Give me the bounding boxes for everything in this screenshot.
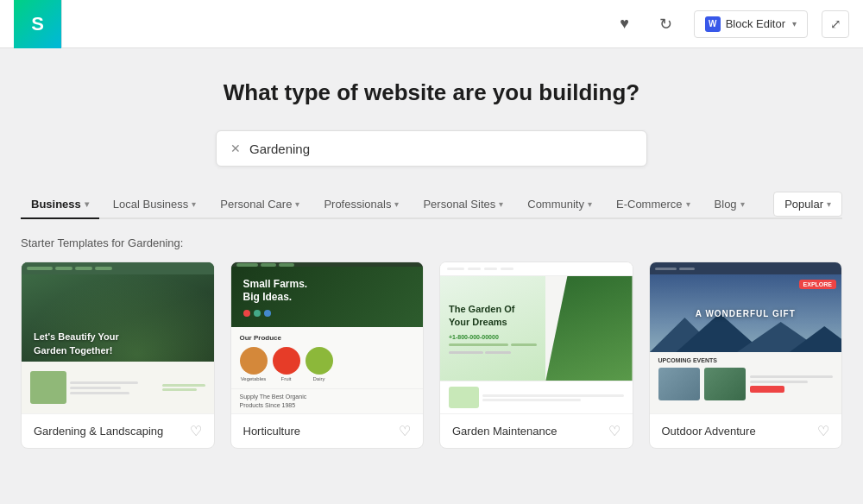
external-link-button[interactable]: ⤢ xyxy=(822,10,849,38)
tab-professionals[interactable]: Professionals ▾ xyxy=(313,191,409,219)
tab-personal-care-chevron: ▾ xyxy=(295,199,299,209)
tab-blog[interactable]: Blog ▾ xyxy=(704,191,755,219)
sort-chevron: ▾ xyxy=(827,199,831,209)
tab-personal-sites[interactable]: Personal Sites ▾ xyxy=(413,191,513,219)
template-grid: Let's Beautify YourGarden Together! xyxy=(21,261,842,449)
template-card-gardening-landscaping[interactable]: Let's Beautify YourGarden Together! xyxy=(21,261,215,449)
preview-1-top: Let's Beautify YourGarden Together! xyxy=(22,262,214,362)
logo-letter: S xyxy=(31,13,44,35)
template-name-1: Gardening & Landscaping xyxy=(34,425,163,438)
preview-badge-4: EXPLORE xyxy=(799,280,836,289)
tab-business-label: Business xyxy=(31,198,81,211)
logo[interactable]: S xyxy=(14,0,62,48)
template-heart-1[interactable]: ♡ xyxy=(190,423,202,439)
search-clear-button[interactable]: ✕ xyxy=(229,140,243,157)
tab-blog-label: Blog xyxy=(715,198,737,211)
tab-personal-sites-chevron: ▾ xyxy=(499,199,503,209)
tab-local-business[interactable]: Local Business ▾ xyxy=(103,191,206,219)
template-preview-2: Small Farms.Big Ideas. Our Produce xyxy=(231,262,424,413)
search-input[interactable] xyxy=(249,142,634,156)
external-link-icon: ⤢ xyxy=(830,16,841,32)
block-editor-button[interactable]: W Block Editor ▾ xyxy=(694,10,808,38)
filter-tabs-list: Business ▾ Local Business ▾ Personal Car… xyxy=(21,191,773,217)
main-content: What type of website are you building? ✕… xyxy=(0,48,863,504)
template-preview-4: A WONDERFUL GIFT EXPLORE UPCOMING EVENTS xyxy=(650,262,842,413)
template-card-horticulture[interactable]: Small Farms.Big Ideas. Our Produce xyxy=(230,261,425,449)
tab-personal-care-label: Personal Care xyxy=(220,198,292,211)
sort-label: Popular xyxy=(784,198,823,211)
tab-blog-chevron: ▾ xyxy=(740,199,745,209)
template-card-garden-maintenance[interactable]: The Garden OfYour Dreams +1-800-000-0000… xyxy=(439,261,633,449)
tab-personal-sites-label: Personal Sites xyxy=(423,198,495,211)
search-box: ✕ xyxy=(216,130,647,167)
tab-community-label: Community xyxy=(527,198,584,211)
starter-label: Starter Templates for Gardening: xyxy=(21,236,842,249)
block-editor-label: Block Editor xyxy=(726,17,785,30)
template-heart-4[interactable]: ♡ xyxy=(817,423,829,439)
topbar-left: S xyxy=(14,0,69,48)
tab-local-business-chevron: ▾ xyxy=(192,199,196,209)
block-editor-chevron: ▾ xyxy=(792,19,797,28)
template-footer-3: Garden Maintenance ♡ xyxy=(440,413,633,448)
tab-personal-care[interactable]: Personal Care ▾ xyxy=(210,191,310,219)
filter-tabs: Business ▾ Local Business ▾ Personal Car… xyxy=(21,191,842,219)
tab-ecommerce-label: E-Commerce xyxy=(616,198,683,211)
tab-business[interactable]: Business ▾ xyxy=(21,191,99,219)
template-name-3: Garden Maintenance xyxy=(452,425,557,438)
preview-1-hero-text: Let's Beautify YourGarden Together! xyxy=(34,331,119,357)
tab-community-chevron: ▾ xyxy=(588,199,592,209)
template-heart-2[interactable]: ♡ xyxy=(399,423,411,439)
template-footer-4: Outdoor Adventure ♡ xyxy=(650,413,842,448)
tab-professionals-label: Professionals xyxy=(324,198,391,211)
tab-ecommerce-chevron: ▾ xyxy=(686,199,690,209)
sort-dropdown[interactable]: Popular ▾ xyxy=(773,192,842,217)
refresh-icon[interactable]: ↻ xyxy=(652,10,680,38)
wordpress-icon: W xyxy=(705,16,721,32)
topbar: S ♥ ↻ W Block Editor ▾ ⤢ xyxy=(0,0,863,48)
search-container: ✕ xyxy=(216,130,647,167)
template-footer-1: Gardening & Landscaping ♡ xyxy=(22,413,214,448)
tab-community[interactable]: Community ▾ xyxy=(517,191,602,219)
template-name-4: Outdoor Adventure xyxy=(662,425,756,438)
template-name-2: Horticulture xyxy=(243,425,300,438)
template-card-outdoor-adventure[interactable]: A WONDERFUL GIFT EXPLORE UPCOMING EVENTS xyxy=(649,261,843,449)
template-preview-3: The Garden OfYour Dreams +1-800-000-0000… xyxy=(440,262,633,413)
preview-1-bottom xyxy=(22,362,214,413)
tab-ecommerce[interactable]: E-Commerce ▾ xyxy=(606,191,701,219)
favorites-icon[interactable]: ♥ xyxy=(611,10,639,38)
template-heart-3[interactable]: ♡ xyxy=(608,423,620,439)
topbar-right: ♥ ↻ W Block Editor ▾ ⤢ xyxy=(611,10,849,38)
template-preview-1: Let's Beautify YourGarden Together! xyxy=(22,262,214,413)
template-footer-2: Horticulture ♡ xyxy=(231,413,424,448)
tab-professionals-chevron: ▾ xyxy=(394,199,399,209)
tab-local-business-label: Local Business xyxy=(113,198,188,211)
page-title: What type of website are you building? xyxy=(21,79,842,106)
tab-business-chevron: ▾ xyxy=(85,199,89,209)
